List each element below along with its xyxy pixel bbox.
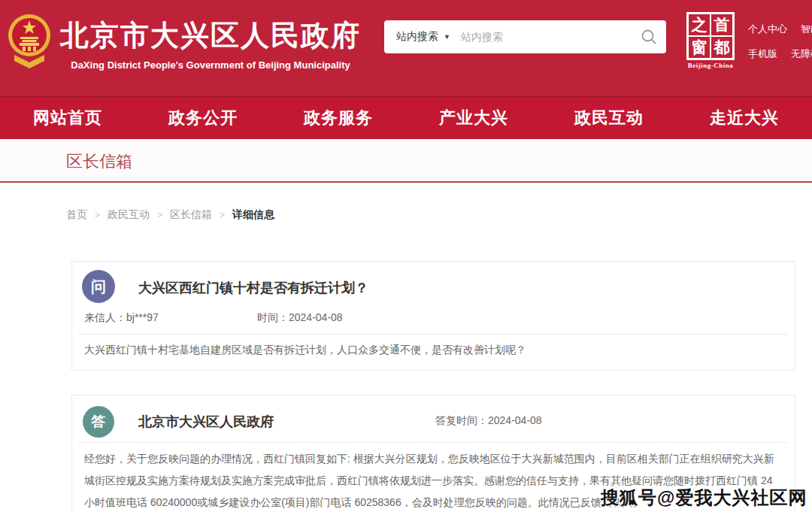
sohu-watermark: 搜狐号@爱我大兴社区网 xyxy=(601,486,807,510)
section-title: 区长信箱 xyxy=(66,150,132,173)
capital-window-logo[interactable]: 之 首 窗 都 xyxy=(686,12,735,60)
link-accessibility[interactable]: 无障碍 xyxy=(791,47,812,61)
search-scope-dropdown[interactable]: 站内搜索 ▼ xyxy=(384,30,461,44)
search-input[interactable] xyxy=(461,31,632,43)
answer-org: 北京市大兴区人民政府 xyxy=(138,413,274,431)
breadcrumb-mailbox[interactable]: 区长信箱 xyxy=(170,208,212,222)
breadcrumb-interaction[interactable]: 政民互动 xyxy=(108,208,150,222)
breadcrumb-home[interactable]: 首页 xyxy=(66,208,87,222)
site-branding: 北京市大兴区人民政府 DaXing District People's Gove… xyxy=(60,17,361,71)
site-header: 北京市大兴区人民政府 DaXing District People's Gove… xyxy=(0,0,812,96)
breadcrumb: 首页 > 政民互动 > 区长信箱 > 详细信息 xyxy=(66,208,274,222)
capital-window-char: 首 xyxy=(710,14,733,36)
nav-item-gov-services[interactable]: 政务服务 xyxy=(304,107,373,129)
link-smart-qa[interactable]: 智能问答 xyxy=(801,23,812,36)
question-badge: 问 xyxy=(82,270,115,303)
answer-badge: 答 xyxy=(83,406,114,438)
national-emblem-logo xyxy=(7,10,52,71)
capital-window-char: 之 xyxy=(688,14,710,36)
capital-window-char: 窗 xyxy=(688,36,710,59)
site-search: 站内搜索 ▼ xyxy=(384,20,666,53)
search-button[interactable] xyxy=(632,20,666,53)
search-scope-label: 站内搜索 xyxy=(396,30,438,44)
header-quick-links: 个人中心 智能问答 手机版 无障碍 xyxy=(748,23,812,72)
nav-item-about-daxing[interactable]: 走近大兴 xyxy=(710,107,779,129)
question-body: 大兴西红门镇十村宅基地自建房区域是否有拆迁计划，人口众多交通不便，是否有改善计划… xyxy=(84,339,781,361)
nav-item-gov-disclosure[interactable]: 政务公开 xyxy=(168,107,238,129)
nav-item-interaction[interactable]: 政民互动 xyxy=(574,107,644,129)
main-nav: 网站首页 政务公开 政务服务 产业大兴 政民互动 走近大兴 xyxy=(0,96,812,139)
breadcrumb-current: 详细信息 xyxy=(232,208,274,222)
capital-window-caption: Beijing-China xyxy=(683,62,738,69)
link-personal-center[interactable]: 个人中心 xyxy=(748,23,787,36)
question-card: 问 大兴区西红门镇十村是否有拆迁计划？ 来信人：bj***97 时间：2024-… xyxy=(71,261,795,371)
answer-time: 答复时间：2024-04-08 xyxy=(435,414,542,428)
nav-item-industry[interactable]: 产业大兴 xyxy=(439,107,508,129)
site-title: 北京市大兴区人民政府 xyxy=(60,17,361,55)
divider xyxy=(80,334,787,335)
search-icon xyxy=(641,29,657,45)
question-time: 时间：2024-04-08 xyxy=(257,311,343,325)
breadcrumb-separator-icon: > xyxy=(157,210,162,220)
question-sender: 来信人：bj***97 xyxy=(84,311,159,325)
chevron-down-icon: ▼ xyxy=(444,33,450,41)
breadcrumb-separator-icon: > xyxy=(220,210,225,220)
capital-window-char: 都 xyxy=(710,36,733,59)
divider xyxy=(80,442,787,443)
nav-item-home[interactable]: 网站首页 xyxy=(33,107,102,129)
question-title: 大兴区西红门镇十村是否有拆迁计划？ xyxy=(138,279,368,297)
site-subtitle: DaXing District People's Government of B… xyxy=(60,59,361,71)
breadcrumb-separator-icon: > xyxy=(95,210,100,220)
section-strip: 区长信箱 xyxy=(0,139,812,183)
link-mobile-version[interactable]: 手机版 xyxy=(748,47,777,61)
